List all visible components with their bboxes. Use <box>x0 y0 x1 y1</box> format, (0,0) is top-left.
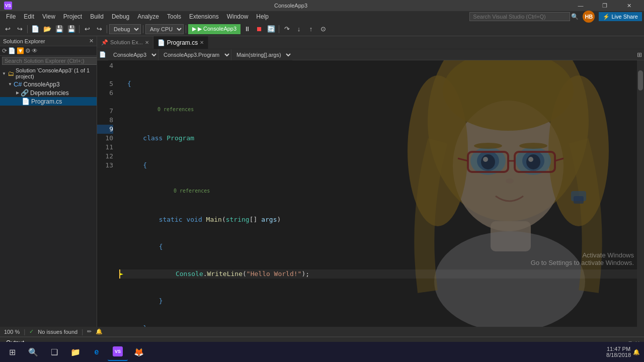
se-close[interactable]: ✕ <box>89 38 94 44</box>
search-icon[interactable]: 🔍 <box>571 13 579 20</box>
toolbar-step-into[interactable]: ↓ <box>293 24 304 35</box>
minimize-button[interactable]: — <box>570 0 592 11</box>
se-preview[interactable]: 👁 <box>32 47 38 54</box>
ref-hint-2: 0 references <box>127 188 210 194</box>
code-editor[interactable]: 4 · 5 6 · 7 8 9 10 11 12 13 { <box>97 60 644 327</box>
tab-solution-explorer[interactable]: 📌 Solution Ex... ✕ <box>97 36 153 49</box>
se-item-program[interactable]: 📄 Program.cs <box>0 97 97 106</box>
toolbar-sep-6 <box>279 25 279 33</box>
se-props[interactable]: ⚙ <box>25 47 31 54</box>
code-content[interactable]: { 0 references ⊟ class Program { 0 <box>115 60 637 327</box>
taskbar-edge[interactable]: e <box>87 343 107 361</box>
menu-analyze[interactable]: Analyze <box>133 11 163 22</box>
toolbar-restart[interactable]: 🔄 <box>266 24 277 35</box>
toolbar-redo[interactable]: ↪ <box>94 24 105 35</box>
se-tree: ▼ 🗂 Solution 'ConsoleApp3' (1 of 1 proje… <box>0 66 97 107</box>
taskbar-explorer[interactable]: 📁 <box>65 343 86 361</box>
gutter-4 <box>119 79 127 88</box>
menu-project[interactable]: Project <box>59 11 86 22</box>
pen-icon[interactable]: ✏ <box>87 328 92 335</box>
taskbar-firefox[interactable]: 🦊 <box>129 343 149 361</box>
menu-debug[interactable]: Debug <box>108 11 133 22</box>
se-item-dependencies[interactable]: ▶ 🔗 Dependencies <box>0 88 97 97</box>
solution-label: Solution 'ConsoleApp3' (1 of 1 project) <box>16 67 95 79</box>
taskbar-time: 11:47 PM 8/18/2018 <box>606 346 631 358</box>
se-sync[interactable]: ⟳ <box>2 47 7 54</box>
run-button[interactable]: ▶ ▶ ConsoleApp3 <box>188 24 240 34</box>
se-search-input[interactable] <box>2 57 97 65</box>
notifications-icon[interactable]: 🔔 <box>633 349 640 355</box>
search-input[interactable] <box>469 12 570 21</box>
menu-extensions[interactable]: Extensions <box>185 11 223 22</box>
line-6-text: { <box>127 161 147 170</box>
scroll-thumb[interactable] <box>638 70 643 90</box>
menu-view[interactable]: View <box>38 11 59 22</box>
expand-icon: ▼ <box>2 71 6 76</box>
menu-tools[interactable]: Tools <box>163 11 185 22</box>
project-icon: C# <box>14 80 22 88</box>
restore-button[interactable]: ❐ <box>594 0 616 11</box>
toolbar-undo[interactable]: ↩ <box>82 24 93 35</box>
issues-icon: ✓ <box>29 328 34 335</box>
gutter-arrow-9: ► <box>120 269 128 279</box>
code-line-8: { <box>119 242 637 251</box>
toolbar-save-all[interactable]: 💾 <box>66 24 77 35</box>
code-status-bar: 100 % | ✓ No issues found | ✏ 🔔 <box>0 327 644 337</box>
toolbar-stop[interactable]: ⏹ <box>254 24 265 35</box>
toolbar-new[interactable]: 📄 <box>30 24 41 35</box>
tab-file-icon: 📄 <box>157 39 165 46</box>
tab-se-close[interactable]: ✕ <box>145 40 149 45</box>
se-item-project[interactable]: ▼ C# ConsoleApp3 <box>0 80 97 88</box>
expand-icon: ▼ <box>8 82 12 86</box>
taskbar-search-icon: 🔍 <box>28 347 38 357</box>
se-item-solution[interactable]: ▼ 🗂 Solution 'ConsoleApp3' (1 of 1 proje… <box>0 67 97 80</box>
start-button[interactable]: ⊞ <box>2 343 22 361</box>
tab-label: Program.cs <box>167 39 198 46</box>
close-button[interactable]: ✕ <box>618 0 640 11</box>
notification-icon[interactable]: 🔔 <box>96 328 103 335</box>
line-numbers: 4 · 5 6 · 7 8 9 10 11 12 13 <box>97 60 115 327</box>
taskbar: ⊞ 🔍 ❑ 📁 e VS 🦊 11:47 PM 8/18/2018 🔔 <box>0 342 644 362</box>
menu-build[interactable]: Build <box>86 11 108 22</box>
cpu-config-dropdown[interactable]: Any CPU <box>145 24 184 34</box>
toolbar-save[interactable]: 💾 <box>54 24 65 35</box>
nav-class-dropdown[interactable]: ConsoleApp3.Program <box>158 49 231 60</box>
nav-method-dropdown[interactable]: Main(string[].args) <box>231 49 292 60</box>
taskbar-vs[interactable]: VS <box>108 343 128 361</box>
toolbar-sep-3 <box>107 25 107 33</box>
nav-namespace-dropdown[interactable]: ConsoleApp3 <box>108 49 158 60</box>
titlebar: VS ConsoleApp3 — ❐ ✕ <box>0 0 644 11</box>
toolbar-step-over[interactable]: ↷ <box>281 24 292 35</box>
toolbar-back[interactable]: ↩ <box>2 24 13 35</box>
nav-expand-icon[interactable]: ⊞ <box>635 51 644 58</box>
tab-program-cs[interactable]: 📄 Program.cs ✕ <box>153 36 208 49</box>
search-button[interactable]: 🔍 <box>23 343 43 361</box>
line-4-text: { <box>127 79 131 88</box>
debug-config-dropdown[interactable]: Debug <box>109 24 141 34</box>
toolbar-open[interactable]: 📂 <box>42 24 53 35</box>
line-9-text: Console.WriteLine("Hello World!"); <box>128 269 309 279</box>
sep2: | <box>82 328 83 335</box>
toolbar-breakpoints[interactable]: ⊙ <box>317 24 329 35</box>
live-share-button[interactable]: ⚡ Live Share <box>599 12 642 21</box>
se-filter[interactable]: 🔽 <box>17 47 24 54</box>
code-line-6: { <box>119 161 637 170</box>
right-scrollbar[interactable] <box>637 60 644 327</box>
se-toolbar: ⟳ 📄 🔽 ⚙ 👁 <box>0 46 97 56</box>
menu-edit[interactable]: Edit <box>20 11 38 22</box>
tab-close-btn[interactable]: ✕ <box>200 40 204 45</box>
titlebar-left: VS <box>4 2 12 10</box>
toolbar-forward[interactable]: ↪ <box>14 24 25 35</box>
menu-file[interactable]: File <box>2 11 20 22</box>
titlebar-controls: — ❐ ✕ <box>570 0 640 11</box>
menu-window[interactable]: Window <box>223 11 253 22</box>
toolbar-step-out[interactable]: ↑ <box>305 24 316 35</box>
toolbar-pause[interactable]: ⏸ <box>242 24 253 35</box>
line-8-text: { <box>127 242 163 251</box>
zoom-level[interactable]: 100 % <box>4 329 20 335</box>
user-avatar[interactable]: HB <box>583 11 595 23</box>
se-show-all[interactable]: 📄 <box>8 47 16 54</box>
firefox-icon: 🦊 <box>134 347 144 357</box>
menu-help[interactable]: Help <box>252 11 273 22</box>
task-view-button[interactable]: ❑ <box>44 343 64 361</box>
